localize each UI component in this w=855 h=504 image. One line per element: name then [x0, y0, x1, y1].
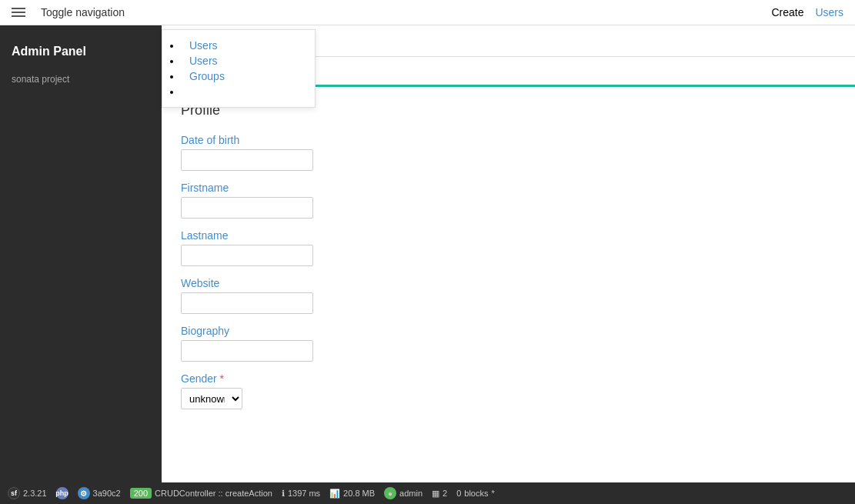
hash-icon: ⚙	[78, 487, 90, 499]
biography-group: Biography	[181, 325, 836, 362]
date-of-birth-group: Date of birth	[181, 134, 836, 171]
memory-icon: 📊	[329, 489, 340, 499]
blocks-label: blocks	[464, 489, 488, 498]
firstname-group: Firstname	[181, 182, 836, 219]
sidebar: Admin Panel sonata project	[0, 25, 162, 482]
blocks-item[interactable]: 0 blocks *	[456, 489, 495, 498]
controller-label: CRUDController :: createAction	[155, 489, 272, 498]
nav-groups-item: Groups	[182, 68, 315, 84]
queue-count: 2	[443, 489, 447, 498]
memory-item: 📊 20.8 MB	[329, 489, 375, 499]
website-label: Website	[181, 277, 836, 289]
status-bar: sf 2.3.21 php ⚙ 3a90c2 200 CRUDControlle…	[0, 482, 855, 504]
nav-empty-item	[182, 84, 315, 99]
time-icon: ℹ	[282, 489, 285, 499]
website-input[interactable]	[181, 292, 313, 314]
php-icon: php	[56, 487, 68, 499]
website-group: Website	[181, 277, 836, 314]
lastname-input[interactable]	[181, 245, 313, 266]
main-layout: Admin Panel sonata project Actions User …	[0, 25, 855, 482]
date-of-birth-input[interactable]	[181, 149, 313, 171]
sf-version-item: sf 2.3.21	[8, 487, 47, 499]
time-item: ℹ 1397 ms	[282, 489, 320, 499]
sf-icon: sf	[8, 487, 20, 499]
blocks-count: 0	[456, 489, 461, 498]
grid-item[interactable]: ▦ 2	[432, 489, 447, 499]
grid-icon: ▦	[432, 489, 439, 499]
lastname-label: Lastname	[181, 229, 836, 242]
biography-input[interactable]	[181, 340, 313, 362]
user-item[interactable]: ● admin	[384, 487, 422, 499]
lastname-group: Lastname	[181, 229, 836, 266]
code-item: 200 CRUDController :: createAction	[130, 488, 272, 499]
nav-dropdown: Users Users Groups	[162, 29, 316, 108]
blocks-asterisk: *	[491, 489, 494, 498]
navbar-toggle-button[interactable]	[12, 8, 25, 17]
profile-form-section: Profile Date of birth Firstname Lastname…	[162, 87, 855, 436]
biography-label: Biography	[181, 325, 836, 337]
gender-select[interactable]: unknown Male Female	[181, 388, 242, 409]
username-label: admin	[399, 489, 422, 498]
nav-groups-link[interactable]: Groups	[189, 70, 225, 82]
nav-users-top-link[interactable]: Users	[189, 39, 218, 52]
project-name: sonata project	[0, 74, 162, 92]
time-value: 1397 ms	[288, 489, 320, 498]
hash-value: 3a90c2	[93, 489, 121, 498]
gender-label: Gender	[181, 372, 836, 385]
nav-users-item: Users	[182, 53, 315, 68]
gender-group: Gender unknown Male Female	[181, 372, 836, 409]
user-status-icon: ●	[384, 487, 396, 499]
users-nav-link[interactable]: Users	[815, 6, 843, 18]
toggle-navigation-link[interactable]: Toggle navigation	[41, 6, 125, 18]
top-navbar: Toggle navigation Users Users Groups Cre…	[0, 0, 855, 25]
sf-version: 2.3.21	[23, 489, 47, 498]
php-item: php	[56, 487, 68, 499]
nav-right-links: Create Users	[771, 6, 843, 18]
nav-users-top: Users	[182, 38, 315, 53]
create-label: Create	[771, 6, 803, 18]
admin-panel-title: Admin Panel	[0, 37, 162, 74]
hash-item[interactable]: ⚙ 3a90c2	[78, 487, 121, 499]
http-code-badge: 200	[130, 488, 152, 499]
nav-users-link[interactable]: Users	[189, 55, 218, 67]
memory-value: 20.8 MB	[343, 489, 375, 498]
firstname-label: Firstname	[181, 182, 836, 194]
date-of-birth-label: Date of birth	[181, 134, 836, 146]
firstname-input[interactable]	[181, 197, 313, 219]
